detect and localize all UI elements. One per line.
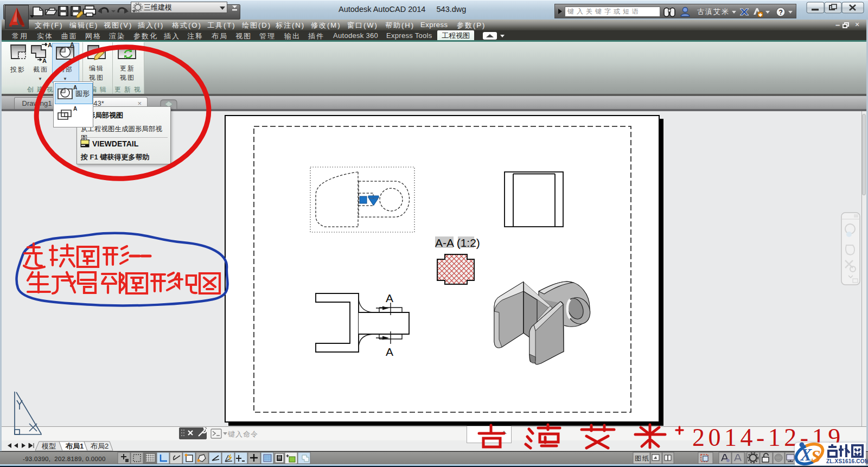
svg-text:ZL.XS1616.COM: ZL.XS1616.COM	[826, 458, 868, 464]
svg-text:S: S	[811, 446, 821, 466]
svg-text:X: X	[800, 445, 812, 464]
